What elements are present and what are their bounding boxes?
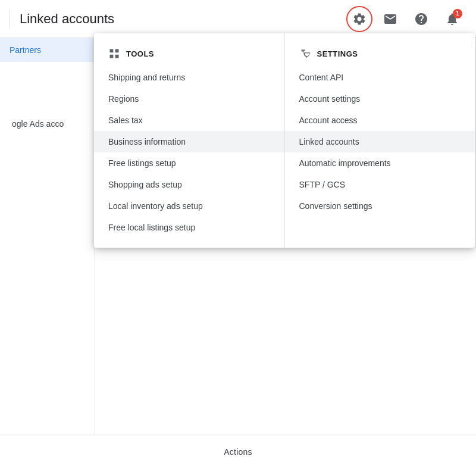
google-ads-text: ogle Ads acco <box>12 119 64 129</box>
settings-pages-icon <box>299 48 311 60</box>
gear-icon <box>352 12 367 26</box>
account-settings-item[interactable]: Account settings <box>285 88 475 110</box>
mail-icon <box>383 12 397 26</box>
header-divider <box>10 10 10 29</box>
actions-bar: Actions <box>0 435 476 468</box>
linked-accounts-item[interactable]: Linked accounts <box>285 131 475 152</box>
free-listings-setup-item[interactable]: Free listings setup <box>94 152 284 174</box>
dropdown-menu: TOOLS Shipping and returns Regions Sales… <box>94 33 475 248</box>
header-left: Linked accounts <box>10 10 345 29</box>
local-inventory-ads-setup-item[interactable]: Local inventory ads setup <box>94 195 284 217</box>
mail-button[interactable] <box>376 5 405 33</box>
help-icon <box>414 12 428 26</box>
notifications-button[interactable]: 1 <box>438 5 466 33</box>
automatic-improvements-item[interactable]: Automatic improvements <box>285 152 475 174</box>
help-button[interactable] <box>407 5 436 33</box>
tools-header: TOOLS <box>94 43 284 67</box>
sftp-gcs-item[interactable]: SFTP / GCS <box>285 174 475 195</box>
sidebar-item-partners[interactable]: Partners <box>0 38 95 62</box>
free-local-listings-setup-item[interactable]: Free local listings setup <box>94 217 284 238</box>
sidebar: Partners <box>0 38 95 468</box>
header: Linked accounts 1 <box>0 0 476 38</box>
content-api-item[interactable]: Content API <box>285 67 475 88</box>
page-title: Linked accounts <box>20 11 114 27</box>
sales-tax-item[interactable]: Sales tax <box>94 110 284 131</box>
regions-item[interactable]: Regions <box>94 88 284 110</box>
settings-column: SETTINGS Content API Account settings Ac… <box>285 33 475 248</box>
business-information-item[interactable]: Business information <box>94 131 284 152</box>
tools-column: TOOLS Shipping and returns Regions Sales… <box>94 33 285 248</box>
actions-label: Actions <box>224 447 252 457</box>
settings-button[interactable] <box>345 5 374 33</box>
settings-header: SETTINGS <box>285 43 475 67</box>
notification-badge: 1 <box>453 9 462 18</box>
shopping-ads-setup-item[interactable]: Shopping ads setup <box>94 174 284 195</box>
tools-grid-icon <box>108 48 120 60</box>
conversion-settings-item[interactable]: Conversion settings <box>285 195 475 217</box>
header-icons: 1 <box>345 5 466 33</box>
shipping-returns-item[interactable]: Shipping and returns <box>94 67 284 88</box>
account-access-item[interactable]: Account access <box>285 110 475 131</box>
